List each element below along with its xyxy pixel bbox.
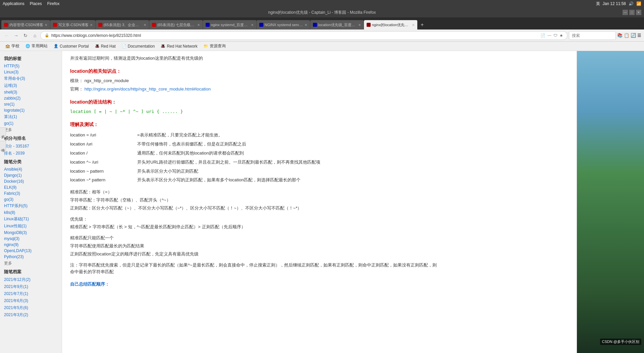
sidebar-category-item[interactable]: MongoDB(3) bbox=[0, 230, 62, 236]
sidebar-tag-item[interactable]: zabbix(2) bbox=[0, 95, 62, 101]
places-menu[interactable]: Places bbox=[30, 1, 42, 6]
menu-icon[interactable]: ☰ bbox=[637, 33, 641, 38]
address-bar[interactable]: 🔒 https://www.cnblogs.com/lemon-le/p/821… bbox=[40, 31, 568, 40]
location-pattern: location /uri bbox=[70, 140, 137, 149]
apps-menu[interactable]: Applications bbox=[3, 1, 24, 6]
sidebar-category-item[interactable]: k8s(8) bbox=[0, 210, 62, 216]
sidebar-tag-item[interactable]: 运维(3) bbox=[0, 82, 62, 89]
back-button[interactable]: ← bbox=[3, 32, 11, 40]
location-desc: 开头对URL路径进行前缀匹配，并且在正则之前。一旦匹配到最长匹配，则不再查找其他… bbox=[137, 158, 439, 167]
bookmark-sidebar-icon[interactable]: 📚 bbox=[617, 33, 623, 38]
bookmark-资源查询[interactable]: 📁资源查询 bbox=[201, 43, 228, 50]
tab-6[interactable]: NGINX systemd service f...✕ bbox=[257, 20, 310, 30]
sync-icon[interactable]: 🔄 bbox=[631, 33, 636, 38]
location-pattern: location = /uri bbox=[70, 131, 137, 140]
sidebar-category-item[interactable]: nginx(9) bbox=[0, 242, 62, 248]
tabs-bar: 内容管理-CSDN博客✕写文章-CSDN博客✕(65条消息) 3、企业实战...… bbox=[0, 17, 644, 30]
sidebar-tag-item[interactable]: 常用命令(3) bbox=[0, 75, 62, 82]
sidebar-tag-item[interactable]: HTTP(5) bbox=[0, 63, 62, 69]
maximize-button[interactable]: □ bbox=[629, 10, 635, 15]
location-desc: =表示精准匹配，只要完全匹配上才能生效。 bbox=[137, 131, 439, 140]
sidebar-category-item[interactable]: Python(23) bbox=[0, 254, 62, 260]
summary-link[interactable]: 自己总结匹配顺序： bbox=[70, 281, 439, 288]
location-desc: 通用匹配，任何未匹配到其他location的请求都会匹配到 bbox=[137, 149, 439, 158]
sidebar-category-item[interactable]: Linux性能(1) bbox=[0, 223, 62, 230]
intro-text: 并没有返回过期时间，猜测这是因为location这里的匹配是有优先级的 bbox=[70, 55, 439, 62]
home-button[interactable]: ⌂ bbox=[31, 32, 39, 40]
official-link[interactable]: http://nginx.org/en/docs/http/ngx_http_c… bbox=[85, 86, 211, 92]
sidebar-category-item[interactable]: go(3) bbox=[0, 196, 62, 202]
sidebar-category-item[interactable]: Linux基础(71) bbox=[0, 216, 62, 223]
sidebar-tag-item[interactable]: shell(3) bbox=[0, 89, 62, 95]
sidebar-category-item[interactable]: Docker(16) bbox=[0, 178, 62, 184]
tab-5[interactable]: nginx systemd_百度搜索✕ bbox=[203, 20, 257, 30]
sidebar-tag-item[interactable]: 算法(1) bbox=[0, 113, 62, 120]
location-table-row: location /uri不带任何修饰符，也表示前缀匹配，但是在正则匹配之后 bbox=[70, 140, 439, 149]
expand-tab-2[interactable]: 缩小 bbox=[0, 141, 6, 151]
sidebar-category-item[interactable]: Django(1) bbox=[0, 172, 62, 178]
priority-section: 优先级： 精准匹配 > 字符串匹配（长 > 短，^~匹配是最长匹配则停止匹配）>… bbox=[70, 216, 439, 231]
module-row: 模块： ngx_http_core_module bbox=[70, 77, 439, 84]
sidebar-tag-item[interactable]: go(1) bbox=[0, 120, 62, 126]
sidebar-archive-item[interactable]: 2021年12月(2) bbox=[0, 276, 62, 283]
rule2: 字符串匹配使用匹配最长的为匹配结果 bbox=[70, 243, 439, 250]
sidebar-archive-item[interactable]: 2021年7月(1) bbox=[0, 290, 62, 297]
tab-7[interactable]: location优先级_百度搜索✕ bbox=[310, 20, 364, 30]
module-value: ngx_http_core_module bbox=[85, 78, 129, 83]
article-content: 并没有返回过期时间，猜测这是因为location这里的匹配是有优先级的 loca… bbox=[70, 55, 439, 288]
tab-4[interactable]: (65条消息) 七层负载均衡...✕ bbox=[149, 20, 203, 30]
my-tags-title: 我的标签 bbox=[0, 54, 62, 63]
priority-title: 优先级： bbox=[70, 216, 439, 223]
star-icon[interactable]: ★ bbox=[559, 33, 563, 38]
sidebar-tag-item[interactable]: Linux(3) bbox=[0, 69, 62, 75]
close-button[interactable]: ✕ bbox=[636, 10, 641, 15]
module-label: 模块： bbox=[70, 78, 83, 83]
bookmark-常用网站[interactable]: 🌐常用网站 bbox=[23, 43, 50, 50]
syntax-code: location [ = | ~ | ~* | ^~ ] uri { .....… bbox=[70, 108, 439, 115]
sound-icon: 🔊 bbox=[629, 1, 634, 6]
bookmark-学校[interactable]: 🏫学校 bbox=[3, 43, 22, 50]
bookmark-star-icon[interactable]: ⋯ bbox=[547, 33, 551, 38]
bookmark-Customer Portal[interactable]: 👤Customer Portal bbox=[51, 43, 92, 50]
new-tab-button[interactable]: + bbox=[418, 20, 427, 30]
firefox-menu[interactable]: Firefox bbox=[47, 1, 60, 6]
sidebar-category-item[interactable]: Fabric(3) bbox=[0, 190, 62, 196]
categories-more[interactable]: 更多 bbox=[0, 260, 62, 267]
search-input[interactable] bbox=[569, 31, 616, 40]
reader-mode-icon[interactable]: 📄 bbox=[540, 33, 545, 38]
minimize-button[interactable]: — bbox=[623, 10, 628, 15]
location-desc: 不带任何修饰符，也表示前缀匹配，但是在正则匹配之后 bbox=[137, 140, 439, 149]
system-bar: Applications Places Firefox 英 Jan 12 11:… bbox=[0, 0, 644, 7]
forward-button[interactable]: → bbox=[12, 32, 20, 40]
sidebar-tag-item[interactable]: sre(1) bbox=[0, 101, 62, 107]
url-text: https://www.cnblogs.com/lemon-le/p/82153… bbox=[51, 33, 141, 38]
location-table-row: location /通用匹配，任何未匹配到其他location的请求都会匹配到 bbox=[70, 149, 439, 158]
sidebar-category-item[interactable]: mysql(3) bbox=[0, 236, 62, 242]
understand-section-heading: 理解及测试： bbox=[70, 121, 439, 128]
sidebar-archive-item[interactable]: 2021年3月(2) bbox=[0, 311, 62, 318]
bookmark-Red Hat[interactable]: 🎩Red Hat bbox=[92, 43, 118, 50]
reload-button[interactable]: ↻ bbox=[21, 32, 30, 40]
sidebar-category-item[interactable]: OpenLDAP(13) bbox=[0, 248, 62, 254]
network-icon: 📶 bbox=[636, 1, 641, 6]
sidebar-category-item[interactable]: Ansible(4) bbox=[0, 166, 62, 172]
sidebar-category-item[interactable]: ELK(9) bbox=[0, 184, 62, 190]
tab-1[interactable]: 内容管理-CSDN博客✕ bbox=[1, 20, 50, 30]
tab-8[interactable]: nginx的location优先级 -...✕ bbox=[364, 20, 418, 30]
tab-2[interactable]: 写文章-CSDN博客✕ bbox=[50, 20, 96, 30]
sidebar-archive-item[interactable]: 2021年6月(3) bbox=[0, 297, 62, 304]
bookmark-Red Hat Network[interactable]: 🎩Red Hat Network bbox=[158, 43, 200, 50]
sidebar-archive-item[interactable]: 2021年9月(1) bbox=[0, 283, 62, 290]
sidebar-tag-item[interactable]: logrotate(1) bbox=[0, 107, 62, 113]
tab-3[interactable]: (65条消息) 3、企业实战...✕ bbox=[96, 20, 149, 30]
bookmark-Documentation[interactable]: 📄Documentation bbox=[119, 43, 158, 50]
browser-chrome: nginx的location优先级 - Captain_Li - 博客园 - M… bbox=[0, 7, 644, 30]
sidebar-archive-item[interactable]: 2021年5月(6) bbox=[0, 304, 62, 311]
expand-tab-1[interactable]: 扩大 bbox=[0, 127, 6, 137]
location-desc: 开头表示区分大小写的正则匹配 bbox=[137, 167, 439, 176]
history-icon[interactable]: 📋 bbox=[624, 33, 629, 38]
location-pattern: location / bbox=[70, 149, 137, 158]
sidebar: 我的标签 HTTP(5)Linux(3)常用命令(3)运维(3)shell(3)… bbox=[0, 51, 62, 353]
sidebar-category-item[interactable]: HTTP系列(5) bbox=[0, 202, 62, 210]
tags-more[interactable]: 更多 bbox=[0, 126, 62, 133]
